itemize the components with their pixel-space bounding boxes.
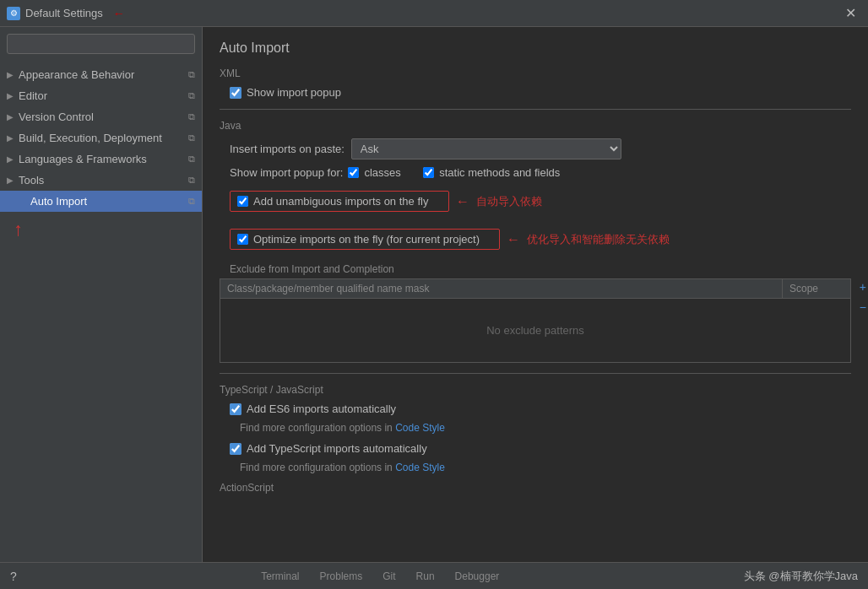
classes-label: classes [364,166,400,179]
tab-run[interactable]: Run [410,569,442,584]
col-scope: Scope [783,279,850,298]
right-arrow-icon: ← [456,194,469,209]
annotation-text-1: 自动导入依赖 [476,194,542,209]
divider-xml-java [220,109,851,110]
optimize-imports-label: Optimize imports on the fly (for current… [253,233,480,246]
up-arrow-icon: ↑ [14,219,23,240]
right-arrow-icon-2: ← [507,232,520,247]
sidebar-item-appearance[interactable]: ▶ Appearance & Behavior ⧉ [0,64,202,85]
exclude-header: Exclude from Import and Completion [230,263,851,275]
es6-find-more-text: Find more configuration options in [240,422,393,434]
optimize-imports-checkbox[interactable] [237,234,248,245]
es6-checkbox-row: Add ES6 imports automatically [230,403,851,415]
red-up-arrow-annotation: ↑ [0,212,202,247]
show-import-popup-for-row: Show import popup for: classes static me… [230,166,851,179]
sidebar-item-label: Version Control [19,111,188,123]
copy-icon: ⧉ [188,132,195,143]
copy-icon: ⧉ [188,175,195,186]
es6-find-more-row: Find more configuration options in Code … [240,422,851,434]
es6-label: Add ES6 imports automatically [247,403,396,415]
actionscript-label: ActionScript [220,482,851,494]
arrow-icon: ▶ [7,154,19,164]
copy-icon: ⧉ [188,111,195,122]
table-wrapper: Class/package/member qualified name mask… [220,278,851,363]
arrow-icon: ▶ [7,133,19,143]
main-layout: ▶ Appearance & Behavior ⧉ ▶ Editor ⧉ ▶ V… [0,27,868,562]
show-import-popup-for-label: Show import popup for: [230,166,343,179]
divider-java-ts [220,373,851,374]
ts-checkbox[interactable] [230,443,241,455]
add-pattern-button[interactable]: + [856,278,868,295]
help-button[interactable]: ? [10,570,17,583]
static-methods-checkbox[interactable] [423,167,434,178]
table-header: Class/package/member qualified name mask… [220,279,850,299]
tab-git[interactable]: Git [376,569,402,584]
sidebar-item-label: Editor [19,89,188,102]
ts-label: Add TypeScript imports automatically [247,442,427,455]
ts-section-label: TypeScript / JavaScript [220,384,851,396]
app-icon: ⚙ [7,7,20,20]
tab-problems[interactable]: Problems [313,569,370,584]
title-arrow: ← [113,7,125,20]
close-button[interactable]: ✕ [840,3,861,23]
sidebar-item-version-control[interactable]: ▶ Version Control ⧉ [0,106,202,127]
remove-pattern-button[interactable]: − [856,299,868,316]
sidebar-item-label: Appearance & Behavior [19,68,188,81]
es6-checkbox[interactable] [230,403,241,415]
sidebar-item-build[interactable]: ▶ Build, Execution, Deployment ⧉ [0,127,202,149]
section-title: Auto Import [220,41,851,56]
table-empty-message: No exclude patterns [220,299,850,362]
sidebar-item-languages[interactable]: ▶ Languages & Frameworks ⧉ [0,149,202,170]
sidebar-item-auto-import[interactable]: ▶ Auto Import ⧉ [0,191,202,212]
arrow-icon: ▶ [7,91,19,100]
table-actions: + − [856,278,868,316]
es6-code-style-link[interactable]: Code Style [395,422,445,434]
tab-debugger[interactable]: Debugger [448,569,507,584]
tab-terminal[interactable]: Terminal [254,569,306,584]
window-title: Default Settings [25,7,103,19]
bottom-tabs: Terminal Problems Git Run Debugger [254,569,506,584]
typescript-section: TypeScript / JavaScript Add ES6 imports … [220,384,851,494]
ts-find-more-text: Find more configuration options in [240,462,393,473]
optimize-imports-container: Optimize imports on the fly (for current… [220,224,851,255]
arrow-icon: ▶ [7,70,19,79]
ts-find-more-row: Find more configuration options in Code … [240,462,851,473]
classes-checkbox[interactable] [348,167,359,178]
add-unambiguous-label: Add unambiguous imports on the fly [253,195,428,208]
col-name: Class/package/member qualified name mask [220,279,783,298]
insert-imports-label: Insert imports on paste: [230,143,344,155]
annotation-text-2: 优化导入和智能删除无关依赖 [527,232,670,247]
add-unambiguous-container: Add unambiguous imports on the fly ← 自动导… [220,186,851,217]
copy-icon: ⧉ [188,154,195,165]
sidebar-item-tools[interactable]: ▶ Tools ⧉ [0,170,202,191]
sidebar: ▶ Appearance & Behavior ⧉ ▶ Editor ⧉ ▶ V… [0,27,203,562]
ts-code-style-link[interactable]: Code Style [395,462,445,473]
arrow-icon: ▶ [7,176,19,185]
sidebar-item-label: Auto Import [30,195,188,208]
title-bar-left: ⚙ Default Settings ← [7,7,125,20]
xml-label: XML [220,68,851,79]
watermark-text: 头条 @楠哥教你学Java [744,569,858,584]
bottom-bar: ? Terminal Problems Git Run Debugger 头条 … [0,562,868,589]
show-import-popup-row: Show import popup [230,86,851,99]
insert-imports-row: Insert imports on paste: Ask Always Neve… [230,138,851,159]
copy-icon: ⧉ [188,90,195,101]
ts-checkbox-row: Add TypeScript imports automatically [230,442,851,455]
insert-imports-select[interactable]: Ask Always Never [351,138,621,159]
sidebar-item-label: Tools [19,174,188,186]
copy-icon: ⧉ [188,196,195,207]
show-import-popup-checkbox[interactable] [230,87,241,99]
java-label: Java [220,120,851,132]
title-bar: ⚙ Default Settings ← ✕ [0,0,868,27]
exclude-table: Class/package/member qualified name mask… [220,278,851,363]
sidebar-item-label: Languages & Frameworks [19,153,188,165]
arrow-icon: ▶ [7,112,19,122]
nav-tree: ▶ Appearance & Behavior ⧉ ▶ Editor ⧉ ▶ V… [0,61,202,562]
content-area: Auto Import XML Show import popup Java I… [203,27,868,562]
static-methods-label: static methods and fields [439,166,560,179]
sidebar-item-editor[interactable]: ▶ Editor ⧉ [0,85,202,106]
add-unambiguous-checkbox[interactable] [237,196,248,207]
optimize-imports-box: Optimize imports on the fly (for current… [230,229,500,250]
search-input[interactable] [7,34,195,54]
watermark: 头条 @楠哥教你学Java [744,569,858,584]
